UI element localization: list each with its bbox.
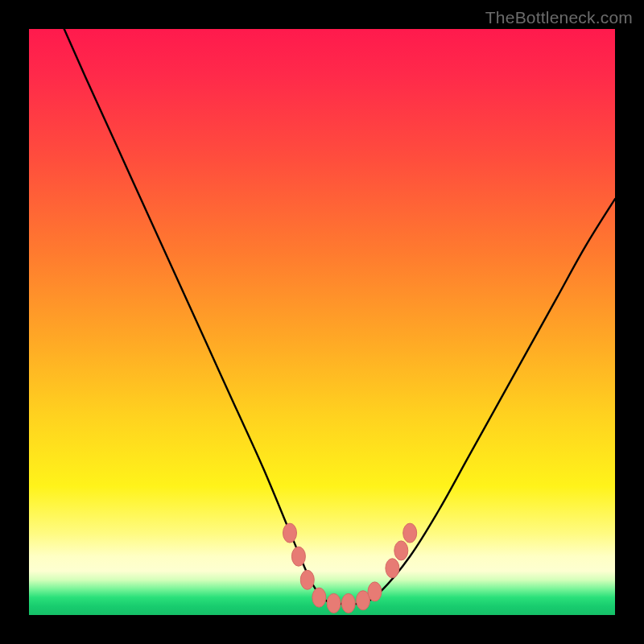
curve-marker <box>312 588 326 607</box>
curve-marker <box>368 582 382 601</box>
curve-marker <box>300 570 314 589</box>
curve-marker <box>283 523 297 543</box>
curve-layer <box>29 29 615 615</box>
watermark-text: TheBottleneck.com <box>485 8 633 27</box>
curve-marker <box>341 593 355 613</box>
curve-marker <box>386 559 399 578</box>
curve-marker <box>327 593 341 613</box>
marker-group <box>283 523 417 613</box>
curve-marker <box>291 547 305 566</box>
curve-marker <box>403 523 417 543</box>
plot-area <box>29 29 615 615</box>
bottleneck-curve <box>64 29 615 605</box>
curve-marker <box>394 541 408 560</box>
chart-frame: TheBottleneck.com <box>0 0 644 644</box>
